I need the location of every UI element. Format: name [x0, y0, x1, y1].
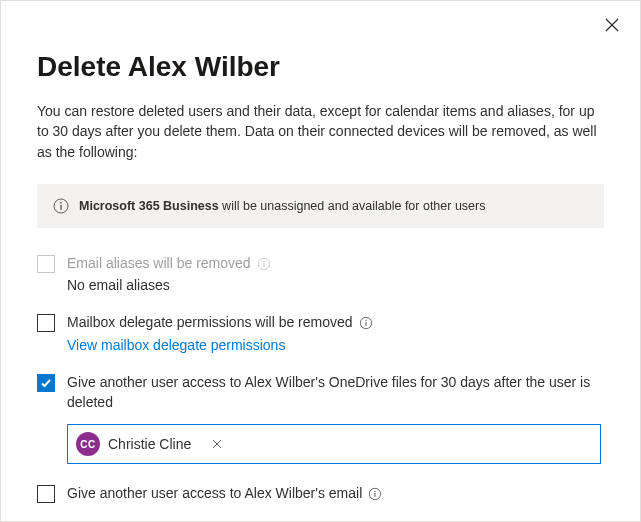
license-info-bar: Microsoft 365 Business will be unassigne… [37, 184, 604, 228]
info-icon [257, 257, 271, 271]
info-icon[interactable] [359, 316, 373, 330]
info-icon[interactable] [368, 487, 382, 501]
checkmark-icon [40, 377, 52, 389]
option-mailbox-delegate: Mailbox delegate permissions will be rem… [37, 313, 604, 353]
remove-person-button[interactable] [209, 436, 225, 452]
option-label: Give another user access to Alex Wilber'… [67, 484, 362, 504]
page-title: Delete Alex Wilber [37, 51, 604, 83]
avatar: CC [76, 432, 100, 456]
checkbox-onedrive-access[interactable] [37, 374, 55, 392]
checkbox-mailbox-delegate[interactable] [37, 314, 55, 332]
option-subtext: No email aliases [67, 277, 604, 293]
option-email-aliases: Email aliases will be removed No email a… [37, 254, 604, 294]
option-label: Give another user access to Alex Wilber'… [67, 373, 604, 412]
persona-chip: CC Christie Cline [74, 430, 229, 458]
close-icon [212, 439, 222, 449]
svg-point-9 [365, 320, 366, 321]
persona-name: Christie Cline [108, 436, 191, 452]
option-label: Email aliases will be removed [67, 254, 251, 274]
delete-user-panel: Delete Alex Wilber You can restore delet… [0, 0, 641, 522]
svg-point-14 [375, 491, 376, 492]
svg-point-6 [263, 260, 264, 261]
checkbox-email-access[interactable] [37, 485, 55, 503]
svg-rect-15 [375, 493, 376, 497]
svg-point-3 [60, 202, 62, 204]
close-button[interactable] [600, 13, 624, 37]
option-label: Mailbox delegate permissions will be rem… [67, 313, 353, 333]
license-info-text: Microsoft 365 Business will be unassigne… [79, 199, 485, 213]
info-icon [53, 198, 69, 214]
svg-rect-4 [60, 205, 61, 210]
view-delegate-link[interactable]: View mailbox delegate permissions [67, 337, 604, 353]
close-icon [605, 18, 619, 32]
people-picker[interactable]: CC Christie Cline [67, 424, 601, 464]
option-email-access: Give another user access to Alex Wilber'… [37, 484, 604, 504]
option-onedrive-access: Give another user access to Alex Wilber'… [37, 373, 604, 464]
intro-text: You can restore deleted users and their … [37, 101, 604, 162]
svg-rect-7 [263, 263, 264, 267]
svg-rect-10 [365, 322, 366, 326]
checkbox-email-aliases [37, 255, 55, 273]
